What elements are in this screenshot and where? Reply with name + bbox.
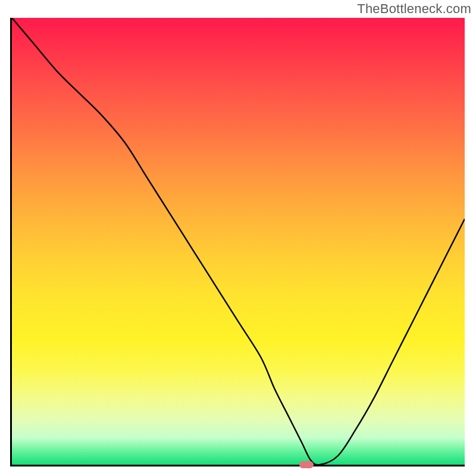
curve-path (12, 18, 465, 465)
watermark-text: TheBottleneck.com (357, 1, 471, 17)
plot-area (10, 18, 465, 466)
chart-container: TheBottleneck.com (0, 0, 476, 476)
curve-svg (12, 18, 465, 465)
valley-marker (299, 461, 314, 468)
